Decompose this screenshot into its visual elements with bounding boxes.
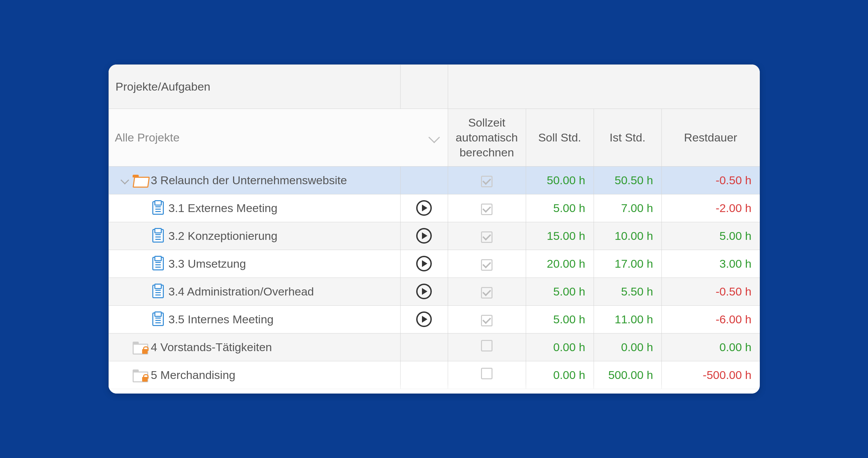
ist-value: 0.00 h [594, 333, 661, 361]
rest-value: -500.00 h [661, 361, 760, 389]
projects-table: Projekte/Aufgaben Alle Projekte Sollzeit… [109, 64, 760, 389]
row-label: 3 Relaunch der Unternehmenswebsite [151, 174, 347, 187]
table-row[interactable]: 3.3 Umsetzung20.00 h17.00 h3.00 h [109, 250, 760, 278]
auto-calc-checkbox[interactable] [481, 287, 493, 299]
play-icon [422, 316, 427, 323]
play-icon [422, 260, 427, 267]
soll-value: 5.00 h [526, 278, 594, 305]
rest-value: -6.00 h [661, 305, 760, 333]
table-row[interactable]: 3.4 Administration/Overhead5.00 h5.50 h-… [109, 278, 760, 305]
play-button[interactable] [416, 228, 432, 244]
rest-value: -0.50 h [661, 278, 760, 305]
project-filter-select[interactable]: Alle Projekte [109, 126, 448, 149]
header-ist[interactable]: Ist Std. [594, 109, 661, 167]
table-row[interactable]: 3 Relaunch der Unternehmenswebsite50.00 … [109, 166, 760, 194]
ist-value: 500.00 h [594, 361, 661, 389]
folder-open-icon [133, 175, 146, 186]
play-icon [422, 232, 427, 239]
projects-panel: Projekte/Aufgaben Alle Projekte Sollzeit… [109, 64, 760, 394]
ist-value: 5.50 h [594, 278, 661, 305]
auto-calc-checkbox[interactable] [481, 368, 493, 379]
row-label: 3.3 Umsetzung [169, 257, 246, 270]
clipboard-icon [152, 257, 164, 270]
soll-value: 0.00 h [526, 361, 594, 389]
play-button[interactable] [416, 200, 432, 216]
row-label: 3.1 Externes Meeting [169, 202, 277, 215]
table-row[interactable]: 4 Vorstands-Tätigkeiten0.00 h0.00 h0.00 … [109, 333, 760, 361]
clipboard-icon [152, 312, 164, 326]
header-action-blank [400, 65, 448, 109]
rest-value: 3.00 h [661, 250, 760, 278]
project-filter-label: Alle Projekte [115, 130, 180, 145]
play-button[interactable] [416, 311, 432, 327]
folder-locked-icon [133, 342, 146, 352]
rest-value: 5.00 h [661, 222, 760, 250]
soll-value: 5.00 h [526, 194, 594, 222]
folder-locked-icon [133, 369, 146, 380]
ist-value: 50.50 h [594, 166, 661, 194]
clipboard-icon [152, 201, 164, 215]
soll-value: 50.00 h [526, 166, 594, 194]
chevron-down-icon [428, 132, 440, 143]
table-row[interactable]: 3.5 Internes Meeting5.00 h11.00 h-6.00 h [109, 305, 760, 333]
auto-calc-checkbox[interactable] [481, 340, 493, 351]
auto-calc-checkbox[interactable] [481, 204, 493, 215]
table-row[interactable]: 3.2 Konzeptionierung15.00 h10.00 h5.00 h [109, 222, 760, 250]
ist-value: 10.00 h [594, 222, 661, 250]
header-soll[interactable]: Soll Std. [526, 109, 594, 167]
clipboard-icon [152, 229, 164, 243]
auto-calc-checkbox[interactable] [481, 176, 493, 187]
clipboard-icon [152, 285, 164, 298]
rest-value: -0.50 h [661, 166, 760, 194]
rest-value: 0.00 h [661, 333, 760, 361]
chevron-down-icon[interactable] [120, 176, 129, 184]
header-rest[interactable]: Restdauer [661, 109, 760, 167]
row-label: 3.2 Konzeptionierung [169, 229, 277, 243]
rest-value: -2.00 h [661, 194, 760, 222]
row-label: 5 Merchandising [151, 368, 235, 382]
table-row[interactable]: 5 Merchandising0.00 h500.00 h-500.00 h [109, 361, 760, 389]
auto-calc-checkbox[interactable] [481, 259, 493, 271]
play-button[interactable] [416, 284, 432, 299]
header-auto[interactable]: Sollzeit automatisch berechnen [448, 109, 526, 167]
header-metrics-blank [448, 65, 760, 109]
ist-value: 7.00 h [594, 194, 661, 222]
soll-value: 0.00 h [526, 333, 594, 361]
play-icon [422, 288, 427, 295]
header-name[interactable]: Projekte/Aufgaben [109, 65, 400, 109]
ist-value: 17.00 h [594, 250, 661, 278]
play-button[interactable] [416, 256, 432, 271]
auto-calc-checkbox[interactable] [481, 231, 493, 243]
row-label: 3.5 Internes Meeting [169, 313, 274, 326]
soll-value: 5.00 h [526, 305, 594, 333]
soll-value: 15.00 h [526, 222, 594, 250]
row-label: 4 Vorstands-Tätigkeiten [151, 341, 272, 354]
auto-calc-checkbox[interactable] [481, 315, 493, 326]
ist-value: 11.00 h [594, 305, 661, 333]
soll-value: 20.00 h [526, 250, 594, 278]
table-row[interactable]: 3.1 Externes Meeting5.00 h7.00 h-2.00 h [109, 194, 760, 222]
row-label: 3.4 Administration/Overhead [169, 285, 314, 298]
play-icon [422, 205, 427, 211]
